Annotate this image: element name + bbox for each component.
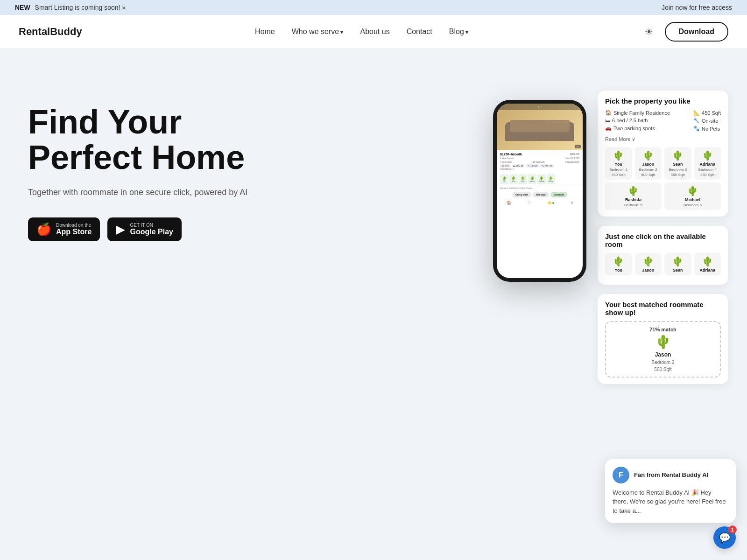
phone-interested: 7 interested — [500, 161, 512, 163]
oc-rm-jason[interactable]: 🌵 Jason — [635, 253, 662, 275]
rm-name-adriana: Adriana — [699, 162, 715, 167]
phone-lease: 1 Year Lease — [500, 157, 514, 160]
detail-onsite-text: On-site — [702, 118, 718, 124]
app-store-big: App Store — [56, 228, 92, 236]
rm-name-you: You — [615, 162, 622, 167]
app-store-text: Download on the App Store — [56, 223, 92, 236]
phone-bed: 6b/2.5b — [570, 153, 579, 156]
rm-room-rashida: Bedroom 5 — [624, 203, 642, 207]
rm-card-rashida: 🌵 Rashida Bedroom 5 — [605, 182, 662, 210]
app-store-button[interactable]: 🍎 Download on the App Store — [28, 217, 100, 241]
rm-name-jason: Jason — [642, 162, 654, 167]
phone-nav-menu[interactable]: ≡ — [571, 201, 573, 205]
phone-badges: 🏠 SFR 🛏 6b/2.5b 🔧 On-site 🐾 No Pets — [500, 164, 579, 168]
phone-back-icon: ← — [500, 105, 502, 108]
phone-price: $1750+/month — [500, 153, 522, 156]
oc-rm-sean[interactable]: 🌵 Sean — [664, 253, 691, 275]
announcement-bar: NEW Smart Listing is coming soon! » Join… — [0, 0, 747, 15]
detail-parking: 🚗 Two parking spots — [605, 125, 670, 131]
rm-name-michael: Michael — [685, 197, 700, 202]
rm-name-sean: Sean — [673, 162, 683, 167]
rm-room-sean: Bedroom 3 — [669, 168, 687, 172]
phone-screen: ← • • • ♡ 1/4 $1750+/month 6b/2.5b 1 Yea… — [497, 104, 583, 278]
chat-header: F Fan from Rental Buddy AI — [613, 467, 728, 483]
rm-emoji-sean: 🌵 — [672, 150, 684, 161]
chat-avatar: F — [613, 467, 629, 483]
phone-nav-star[interactable]: ⭐ — [547, 201, 554, 205]
pets-icon: 🐾 — [693, 126, 700, 132]
phone-location: Modesto, California, United States — [497, 186, 583, 190]
phone-group-chat-btn[interactable]: Group chat — [512, 192, 531, 197]
chat-widget: F Fan from Rental Buddy AI Welcome to Re… — [605, 459, 736, 523]
rm-sqft-you: 450 Sqft — [612, 173, 626, 177]
phone-nav-bar: 🏠 ♡ ⭐ ≡ — [497, 199, 583, 206]
phone-stats: 7 interested 10 contacts 3 applications — [500, 161, 579, 163]
chat-fab-button[interactable]: 💬 1 — [713, 526, 736, 549]
google-play-button[interactable]: ▶ GET IT ON Google Play — [107, 217, 181, 241]
roommates-grid: 🌵 You Bedroom 1 450 Sqft 🌵 Jason Bedroom… — [605, 147, 721, 180]
detail-type-text: Single Family Residence — [613, 110, 670, 116]
rm-name-rashida: Rashida — [625, 197, 641, 202]
nav-about[interactable]: About us — [360, 28, 389, 35]
house-icon: 🏠 — [605, 110, 612, 116]
hero-section: Find Your Perfect Home Together with roo… — [0, 49, 747, 469]
join-link[interactable]: Join now for free access — [662, 4, 732, 11]
app-store-small: Download on the — [56, 223, 91, 228]
phone-dots: • • • — [538, 105, 542, 108]
car-icon: 🚗 — [605, 125, 612, 131]
badge-bed: 🛏 6b/2.5b — [512, 164, 524, 168]
phone-meta: 1 Year Lease Nov 15, 2023 — [500, 157, 579, 160]
phone-nav-home[interactable]: 🏠 — [507, 201, 511, 205]
match-sqft: 500 Sqft — [654, 367, 671, 372]
read-more-link[interactable]: Read More ∨ — [605, 136, 721, 142]
oc-emoji-jason: 🌵 — [642, 256, 654, 267]
rm-card-michael: 🌵 Michael Bedroom 6 — [664, 182, 721, 210]
one-click-roommates: 🌵 You 🌵 Jason 🌵 Sean 🌵 Adriana — [605, 253, 721, 275]
phone-message-btn[interactable]: Message — [533, 192, 549, 197]
phone-schedule-btn[interactable]: Schedule — [550, 192, 567, 197]
phone-movein: Nov 15, 2023 — [565, 157, 579, 160]
nav-links: Home Who we serve About us Contact Blog — [255, 28, 468, 36]
detail-beds-text: 6 bed / 2.5 bath — [612, 118, 648, 123]
announcement-message[interactable]: NEW Smart Listing is coming soon! » — [15, 4, 126, 11]
detail-pets-text: No Pets — [702, 126, 720, 132]
hero-subtitle: Together with roommate in one secure cli… — [28, 186, 271, 199]
download-button[interactable]: Download — [665, 22, 728, 42]
announcement-text: Smart Listing is coming soon! » — [35, 4, 126, 11]
chat-sender: Fan from Rental Buddy AI — [634, 471, 708, 478]
navbar-actions: ☀ Download — [641, 22, 728, 42]
nav-contact[interactable]: Contact — [407, 28, 432, 35]
detail-parking-text: Two parking spots — [613, 126, 655, 131]
phone-read-more[interactable]: Read More ∨ — [500, 168, 514, 170]
oc-emoji-adriana: 🌵 — [702, 256, 713, 267]
room-details: 🏠 Single Family Residence 🛏 6 bed / 2.5 … — [605, 110, 721, 132]
onsite-icon: 🔧 — [693, 118, 700, 124]
match-percentage: 71% match — [649, 327, 676, 332]
rm-card-adriana: 🌵 Adriana Bedroom 4 480 Sqft — [694, 147, 721, 180]
oc-rm-adriana[interactable]: 🌵 Adriana — [694, 253, 721, 275]
side-cards: Pick the property you like 🏠 Single Fami… — [598, 86, 728, 384]
logo[interactable]: RentalBuddy — [19, 26, 82, 38]
oc-rm-you[interactable]: 🌵 You — [605, 253, 632, 275]
nav-blog[interactable]: Blog — [449, 28, 468, 35]
google-play-small: GET IT ON — [130, 223, 153, 228]
match-name: Jason — [655, 351, 671, 358]
theme-toggle-button[interactable]: ☀ — [641, 24, 656, 39]
rm-emoji-michael: 🌵 — [687, 185, 698, 196]
rm-sean: 🌵Sean — [519, 174, 527, 184]
badge-site: 🔧 On-site — [526, 164, 539, 168]
roommates-row2: 🌵 Rashida Bedroom 5 🌵 Michael Bedroom 6 — [605, 182, 721, 210]
rm-room-you: Bedroom 1 — [609, 168, 627, 172]
google-play-big: Google Play — [130, 228, 173, 236]
match-card-title: Your best matched roommate show up! — [605, 301, 721, 316]
rm-card-you: 🌵 You Bedroom 1 450 Sqft — [605, 147, 632, 180]
nav-home[interactable]: Home — [255, 28, 275, 35]
google-play-icon: ▶ — [116, 222, 125, 237]
one-click-title: Just one click on the available room — [605, 232, 721, 248]
nav-who-we-serve[interactable]: Who we serve — [292, 28, 344, 35]
phone-nav-heart[interactable]: ♡ — [528, 201, 531, 205]
match-room: Bedroom 2 — [652, 360, 675, 365]
sqft-icon: 📐 — [693, 110, 700, 116]
hero-title: Find Your Perfect Home — [28, 105, 271, 175]
rm-room-adriana: Bedroom 4 — [698, 168, 717, 172]
